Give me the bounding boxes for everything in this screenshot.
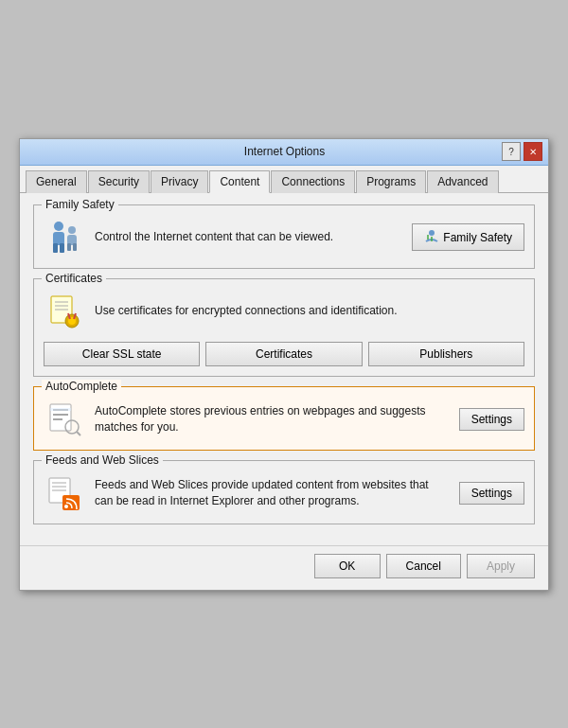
tab-programs[interactable]: Programs (356, 170, 426, 193)
feeds-row: Feeds and Web Slices provide updated con… (44, 472, 524, 514)
svg-rect-21 (50, 408, 71, 411)
svg-rect-7 (73, 243, 77, 251)
certificates-description: Use certificates for encrypted connectio… (95, 303, 524, 319)
family-safety-description: Control the Internet content that can be… (95, 229, 402, 245)
tab-security[interactable]: Security (88, 170, 150, 193)
family-safety-button[interactable]: Family Safety (412, 223, 524, 251)
feeds-section: Feeds and Web Slices (33, 460, 535, 524)
title-bar-controls: ? ✕ (502, 142, 542, 161)
family-safety-row: Control the Internet content that can be… (44, 217, 524, 258)
tab-privacy[interactable]: Privacy (151, 170, 208, 193)
family-safety-btn-icon (424, 228, 439, 246)
tab-bar: General Security Privacy Content Connect… (20, 166, 548, 193)
certificates-label: Certificates (42, 272, 106, 285)
autocomplete-row: AutoComplete stores previous entries on … (44, 399, 524, 440)
autocomplete-icon (44, 399, 85, 440)
cancel-button[interactable]: Cancel (386, 554, 461, 578)
feeds-icon-svg (45, 474, 83, 512)
autocomplete-description: AutoComplete stores previous entries on … (95, 403, 450, 435)
tab-general[interactable]: General (26, 170, 87, 193)
svg-point-4 (68, 226, 76, 234)
close-button[interactable]: ✕ (524, 142, 542, 161)
certificates-icon (44, 291, 85, 332)
svg-rect-6 (67, 243, 71, 251)
family-safety-btn-label: Family Safety (443, 231, 512, 244)
family-safety-section: Family Safety (33, 204, 535, 269)
help-button[interactable]: ? (502, 142, 521, 161)
tab-content[interactable]: Content (209, 170, 270, 193)
svg-rect-1 (53, 232, 64, 245)
family-safety-label: Family Safety (42, 198, 118, 211)
feeds-icon (44, 472, 85, 514)
apply-button[interactable]: Apply (467, 554, 535, 578)
cert-icon-svg (45, 293, 83, 330)
bottom-buttons-bar: OK Cancel Apply (20, 545, 548, 590)
svg-point-8 (429, 230, 435, 236)
feeds-settings-button[interactable]: Settings (459, 482, 524, 505)
title-bar: Internet Options ? ✕ (20, 139, 548, 166)
svg-point-0 (54, 222, 63, 231)
autocomplete-label: AutoComplete (42, 380, 121, 393)
content-area: Family Safety (20, 193, 548, 545)
certificates-section: Certificates (33, 278, 535, 377)
tab-advanced[interactable]: Advanced (427, 170, 498, 193)
autocomplete-icon-svg (45, 400, 83, 438)
svg-line-23 (77, 432, 80, 435)
clear-ssl-button[interactable]: Clear SSL state (44, 342, 200, 366)
tab-connections[interactable]: Connections (271, 170, 355, 193)
svg-rect-2 (53, 243, 58, 253)
feeds-label: Feeds and Web Slices (42, 453, 163, 467)
autocomplete-settings-button[interactable]: Settings (459, 408, 524, 431)
feeds-description: Feeds and Web Slices provide updated con… (95, 477, 450, 509)
ok-button[interactable]: OK (314, 554, 381, 578)
certificates-row: Use certificates for encrypted connectio… (44, 291, 524, 332)
family-safety-icon (44, 217, 85, 258)
svg-rect-3 (60, 243, 64, 253)
certificates-buttons-row: Clear SSL state Certificates Publishers (44, 342, 524, 366)
autocomplete-section: AutoComplete AutoComplete stor (33, 386, 535, 451)
internet-options-window: Internet Options ? ✕ General Security Pr… (19, 138, 549, 591)
svg-point-29 (64, 505, 68, 508)
window-title: Internet Options (67, 145, 502, 158)
certificates-button[interactable]: Certificates (205, 342, 362, 366)
family-icon-svg (45, 219, 83, 257)
publishers-button[interactable]: Publishers (368, 342, 524, 366)
